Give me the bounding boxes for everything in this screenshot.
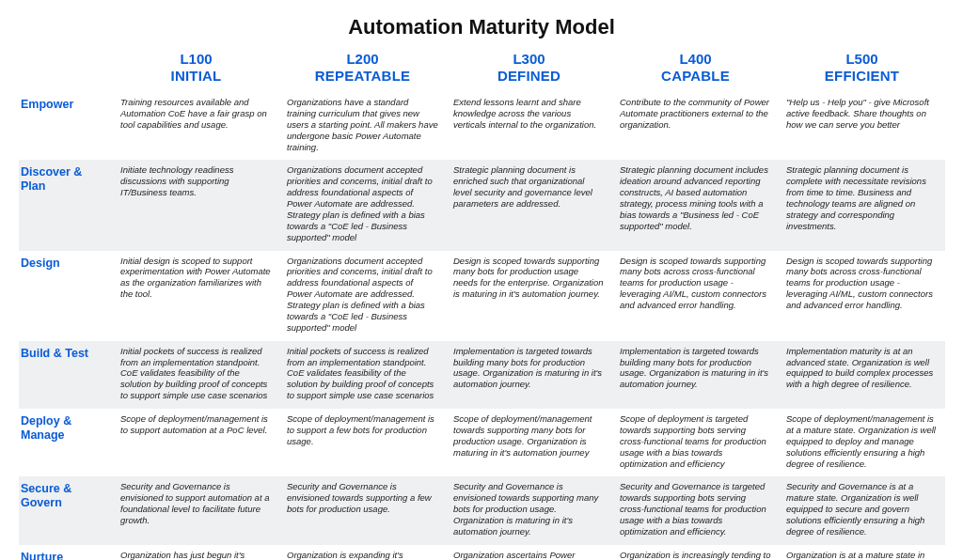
cell-build-l100: Initial pockets of success is realized f… <box>113 341 279 409</box>
row-label: Discover & Plan <box>19 160 113 250</box>
cell-nurture-l500: Organization is at a mature state in it'… <box>779 545 945 560</box>
level-code: L400 <box>618 51 773 68</box>
row-label: Empower <box>19 92 113 160</box>
row-empower: Empower Training resources available and… <box>19 92 945 160</box>
cell-secure-l200: Security and Governance is envisioned to… <box>279 476 446 544</box>
cell-deploy-l400: Scope of deployment is targeted towards … <box>612 409 779 476</box>
row-label: Deploy & Manage <box>19 409 113 476</box>
cell-build-l200: Initial pockets of success is realized f… <box>279 341 446 409</box>
cell-empower-l500: "Help us - Help you" - give Microsoft ac… <box>779 92 945 160</box>
level-code: L500 <box>784 51 939 68</box>
cell-design-l200: Organizations document accepted prioriti… <box>279 251 446 341</box>
row-deploy-manage: Deploy & Manage Scope of deployment/mana… <box>19 409 945 476</box>
level-header-l500: L500 EFFICIENT <box>779 47 945 92</box>
cell-secure-l300: Security and Governance is envisioned to… <box>446 476 612 544</box>
cell-deploy-l200: Scope of deployment/management is to sup… <box>279 409 446 476</box>
row-label: Nurture <box>19 545 113 560</box>
level-code: L100 <box>118 51 274 68</box>
cell-design-l400: Design is scoped towards supporting many… <box>612 251 779 341</box>
level-code: L200 <box>285 51 440 68</box>
cell-deploy-l300: Scope of deployment/management towards s… <box>446 409 612 476</box>
level-code: L300 <box>451 51 607 68</box>
row-discover-plan: Discover & Plan Initiate technology read… <box>19 160 945 250</box>
cell-design-l100: Initial design is scoped to support expe… <box>113 251 279 341</box>
cell-nurture-l300: Organization ascertains Power Automate a… <box>446 545 612 560</box>
level-header-l400: L400 CAPABLE <box>612 47 779 92</box>
row-design: Design Initial design is scoped to suppo… <box>19 251 945 341</box>
cell-empower-l400: Contribute to the community of Power Aut… <box>612 92 779 160</box>
cell-design-l300: Design is scoped towards supporting many… <box>446 251 612 341</box>
cell-deploy-l100: Scope of deployment/management is to sup… <box>113 409 279 476</box>
corner-cell <box>19 47 113 92</box>
level-header-l200: L200 REPEATABLE <box>279 47 446 92</box>
cell-empower-l100: Training resources available and Automat… <box>113 92 279 160</box>
cell-nurture-l200: Organization is expanding it's automatio… <box>279 545 446 560</box>
cell-secure-l100: Security and Governance is envisioned to… <box>113 476 279 544</box>
row-build-test: Build & Test Initial pockets of success … <box>19 341 945 409</box>
maturity-matrix-table: L100 INITIAL L200 REPEATABLE L300 DEFINE… <box>19 47 945 560</box>
row-label: Build & Test <box>19 341 113 409</box>
cell-discover-l400: Strategic planning document includes ide… <box>612 160 779 250</box>
page-title: Automation Maturity Model <box>19 15 944 39</box>
cell-secure-l500: Security and Governance is at a mature s… <box>779 476 945 544</box>
cell-design-l500: Design is scoped towards supporting many… <box>779 251 945 341</box>
cell-build-l400: Implementation is targeted towards build… <box>612 341 779 409</box>
level-name: REPEATABLE <box>285 68 440 85</box>
cell-nurture-l400: Organization is increasingly tending to … <box>612 545 779 560</box>
level-header-row: L100 INITIAL L200 REPEATABLE L300 DEFINE… <box>19 47 945 92</box>
cell-empower-l200: Organizations have a standard training c… <box>279 92 446 160</box>
level-name: CAPABLE <box>618 68 773 85</box>
row-nurture: Nurture Organization has just begun it's… <box>19 545 945 560</box>
cell-discover-l100: Initiate technology readiness discussion… <box>113 160 279 250</box>
cell-build-l500: Implementation maturity is at an advance… <box>779 341 945 409</box>
row-secure-govern: Secure & Govern Security and Governance … <box>19 476 945 544</box>
cell-build-l300: Implementation is targeted towards build… <box>446 341 612 409</box>
row-label: Secure & Govern <box>19 476 113 544</box>
level-header-l100: L100 INITIAL <box>113 47 279 92</box>
cell-discover-l200: Organizations document accepted prioriti… <box>279 160 446 250</box>
cell-discover-l300: Strategic planning document is enriched … <box>446 160 612 250</box>
row-label: Design <box>19 251 113 341</box>
cell-deploy-l500: Scope of deployment/management is at a m… <box>779 409 945 476</box>
cell-discover-l500: Strategic planning document is complete … <box>779 160 945 250</box>
level-name: EFFICIENT <box>784 68 939 85</box>
level-name: DEFINED <box>451 68 607 85</box>
level-name: INITIAL <box>118 68 274 85</box>
cell-secure-l400: Security and Governance is targeted towa… <box>612 476 779 544</box>
cell-nurture-l100: Organization has just begun it's automat… <box>113 545 279 560</box>
cell-empower-l300: Extend lessons learnt and share knowledg… <box>446 92 612 160</box>
level-header-l300: L300 DEFINED <box>446 47 612 92</box>
